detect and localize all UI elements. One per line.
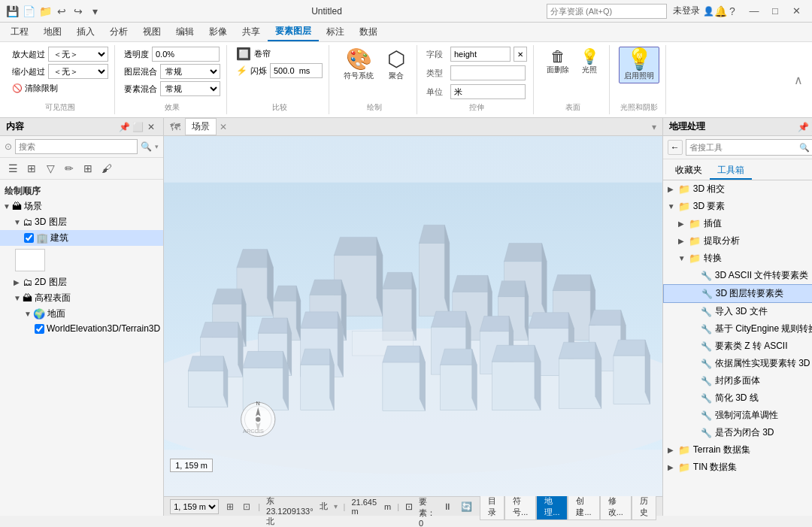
geo-item-cityengine[interactable]: 🔧 基于 CityEngine 规则转换要...	[663, 320, 812, 338]
geo-item-import-3d[interactable]: 🔧 导入 3D 文件	[663, 303, 812, 320]
unit-input[interactable]	[450, 84, 526, 99]
geo-item-tin[interactable]: ▶ 📁 TIN 数据集	[663, 459, 812, 476]
zoom-in-select[interactable]: ＜无＞	[48, 47, 108, 62]
draw-btn[interactable]: ✏	[61, 160, 77, 177]
clear-limit-label[interactable]: 清除限制	[25, 83, 58, 94]
add-layer-btn[interactable]: ⊞	[80, 160, 96, 177]
panel-pin-btn[interactable]: 📌	[118, 121, 130, 133]
geo-item-transform[interactable]: ▼ 📁 转换	[663, 250, 812, 267]
panel-float-btn[interactable]: ⬜	[132, 121, 144, 133]
tree-2d-layers[interactable]: ▶ 🗂 2D 图层	[0, 274, 163, 290]
geoprocess-search-btn[interactable]: 🔍	[796, 143, 812, 153]
tab-history[interactable]: 历史	[632, 493, 656, 520]
type-input[interactable]	[450, 65, 526, 80]
minimize-button[interactable]: —	[744, 3, 764, 20]
save-icon[interactable]: 💾	[6, 5, 18, 17]
light-button[interactable]: 💡 光照	[576, 47, 603, 77]
redo-icon[interactable]: ↪	[72, 5, 84, 17]
tree-building[interactable]: 🏢 建筑	[0, 230, 163, 246]
symbol-button[interactable]: 🎨 符号系统	[338, 47, 379, 83]
geo-item-terrain[interactable]: ▶ 📁 Terrain 数据集	[663, 441, 812, 459]
user-icon[interactable]: 👤	[703, 6, 714, 17]
world-elevation-checkbox[interactable]	[35, 324, 44, 334]
maximize-button[interactable]: □	[765, 3, 785, 20]
scene-dropdown-icon[interactable]: ▾	[652, 122, 656, 132]
tab-favorites[interactable]: 收藏夹	[668, 162, 710, 180]
menu-analysis[interactable]: 分析	[102, 23, 135, 41]
flash-input[interactable]	[270, 63, 323, 78]
coord-dropdown-icon[interactable]: ▾	[334, 502, 338, 510]
menu-insert[interactable]: 插入	[69, 23, 102, 41]
geo-item-extract[interactable]: ▶ 📁 提取分析	[663, 232, 812, 250]
tab-geo[interactable]: 地理...	[536, 493, 568, 520]
geo-item-ascii-to-feature[interactable]: 🔧 3D ASCII 文件转要素类	[663, 267, 812, 284]
tree-ground[interactable]: ▼ 🌍 地面	[0, 306, 163, 322]
tab-toolbox[interactable]: 工具箱	[710, 162, 752, 180]
close-button[interactable]: ✕	[786, 3, 806, 20]
tree-elevation[interactable]: ▼ 🏔 高程表面	[0, 290, 163, 306]
tree-3d-layers[interactable]: ▼ 🗂 3D 图层	[0, 214, 163, 230]
locate-btn[interactable]: ⊞	[225, 501, 235, 512]
menu-share[interactable]: 共享	[235, 23, 268, 41]
geo-item-close-solid[interactable]: 🔧 封闭多面体	[663, 372, 812, 389]
pause-btn[interactable]: ⏸	[441, 501, 453, 512]
geo-item-enforce-flow[interactable]: 🔧 强制河流单调性	[663, 407, 812, 424]
symbol-btn[interactable]: 🖌	[98, 160, 115, 177]
bookmark-btn[interactable]: ⊡	[241, 501, 252, 512]
tab-catalog[interactable]: 目录	[480, 493, 504, 520]
aggregate-button[interactable]: ⬡ 聚合	[382, 47, 411, 83]
nav-back-btn[interactable]: ←	[668, 140, 683, 155]
field-clear-btn[interactable]: ✕	[514, 47, 527, 62]
scene-close-btn[interactable]: ✕	[220, 122, 227, 132]
panel-search-input[interactable]	[15, 139, 138, 154]
enable-lighting-button[interactable]: 💡 启用照明	[619, 47, 659, 83]
search-dropdown-icon[interactable]: ▾	[155, 143, 159, 150]
geoprocess-search-input[interactable]	[686, 143, 796, 152]
field-input[interactable]	[450, 47, 511, 62]
tab-create[interactable]: 创建...	[568, 493, 599, 520]
blend-select[interactable]: 常规	[160, 64, 220, 79]
tree-world-elevation[interactable]: WorldElevation3D/Terrain3D	[0, 322, 163, 335]
open-icon[interactable]: 📁	[39, 5, 51, 17]
geo-item-feature-to-ascii[interactable]: 🔧 要素类 Z 转 ASCII	[663, 338, 812, 355]
panel-close-btn[interactable]: ✕	[145, 121, 157, 133]
geo-item-is-closed[interactable]: 🔧 是否为闭合 3D	[663, 424, 812, 441]
tab-symbol[interactable]: 符号...	[504, 493, 536, 520]
swipe-label[interactable]: 卷帘	[254, 48, 271, 59]
right-panel-pin-btn[interactable]: 📌	[798, 121, 810, 133]
undo-icon[interactable]: ↩	[56, 5, 68, 17]
menu-data[interactable]: 数据	[352, 23, 385, 41]
menu-map[interactable]: 地图	[36, 23, 69, 41]
help-icon[interactable]: ?	[726, 5, 738, 17]
geo-item-3d-intersect[interactable]: ▶ 📁 3D 相交	[663, 180, 812, 198]
menu-view[interactable]: 视图	[135, 23, 168, 41]
refresh-btn[interactable]: 🔄	[459, 501, 474, 512]
scene-tab[interactable]: 场景	[185, 118, 217, 135]
tab-modify[interactable]: 修改...	[600, 493, 632, 520]
filter-btn[interactable]: ▽	[42, 160, 59, 177]
bell-icon[interactable]: 🔔	[714, 5, 726, 17]
menu-feature-layer[interactable]: 要素图层	[268, 23, 319, 41]
zoom-out-select[interactable]: ＜无＞	[48, 64, 108, 79]
title-search-input[interactable]	[547, 4, 667, 19]
list-view-btn[interactable]: ☰	[5, 160, 21, 177]
menu-project[interactable]: 工程	[3, 23, 36, 41]
geo-item-attr-to-3d[interactable]: 🔧 依据属性实现要素转 3D	[663, 355, 812, 372]
tree-scene[interactable]: ▼ 🏔 场景	[0, 198, 163, 214]
scene-dropdown[interactable]: ▾	[652, 122, 656, 132]
ribbon-collapse-icon[interactable]: ∧	[794, 73, 803, 87]
scale-select[interactable]: 1, 159 m	[170, 499, 219, 514]
transparency-input[interactable]	[152, 47, 220, 62]
menu-imagery[interactable]: 影像	[201, 23, 235, 41]
face-delete-button[interactable]: 🗑 面删除	[543, 47, 573, 77]
feature-blend-select[interactable]: 常规	[160, 81, 220, 96]
menu-annotation[interactable]: 标注	[319, 23, 352, 41]
building-checkbox[interactable]	[24, 233, 34, 243]
search-icon[interactable]: 🔍	[141, 141, 152, 152]
table-view-btn[interactable]: ⊞	[23, 160, 40, 177]
geo-item-simplify-3d[interactable]: 🔧 简化 3D 线	[663, 389, 812, 407]
geo-item-3d-feature[interactable]: ▼ 📁 3D 要素	[663, 198, 812, 215]
geo-item-interpolate[interactable]: ▶ 📁 插值	[663, 215, 812, 232]
geo-item-layer-to-feature[interactable]: 🔧 3D 图层转要素类	[663, 284, 812, 303]
dropdown-icon[interactable]: ▾	[89, 5, 101, 17]
